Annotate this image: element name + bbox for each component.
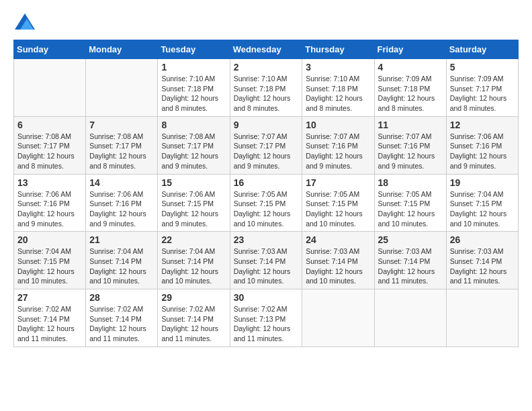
day-info: Sunrise: 7:06 AM Sunset: 7:15 PM Dayligh… <box>161 189 226 229</box>
day-number: 17 <box>306 177 370 188</box>
weekday-header: Thursday <box>302 40 374 59</box>
day-info: Sunrise: 7:10 AM Sunset: 7:18 PM Dayligh… <box>161 74 226 113</box>
logo-icon <box>15 13 35 30</box>
calendar-week-row: 1Sunrise: 7:10 AM Sunset: 7:18 PM Daylig… <box>14 59 519 117</box>
day-info: Sunrise: 7:02 AM Sunset: 7:14 PM Dayligh… <box>89 304 154 344</box>
calendar-cell: 18Sunrise: 7:05 AM Sunset: 7:15 PM Dayli… <box>374 174 446 232</box>
calendar-table: SundayMondayTuesdayWednesdayThursdayFrid… <box>13 40 519 347</box>
day-info: Sunrise: 7:09 AM Sunset: 7:18 PM Dayligh… <box>378 74 443 113</box>
day-number: 23 <box>234 234 299 245</box>
day-number: 9 <box>234 120 299 130</box>
page-header <box>13 13 519 33</box>
day-number: 25 <box>378 234 443 245</box>
day-info: Sunrise: 7:04 AM Sunset: 7:14 PM Dayligh… <box>89 246 154 286</box>
day-number: 26 <box>450 234 515 245</box>
calendar-week-row: 27Sunrise: 7:02 AM Sunset: 7:14 PM Dayli… <box>14 289 519 347</box>
calendar-cell: 16Sunrise: 7:05 AM Sunset: 7:15 PM Dayli… <box>230 174 302 232</box>
calendar-week-row: 20Sunrise: 7:04 AM Sunset: 7:15 PM Dayli… <box>14 232 519 289</box>
calendar-cell: 7Sunrise: 7:08 AM Sunset: 7:17 PM Daylig… <box>86 116 158 174</box>
calendar-cell: 2Sunrise: 7:10 AM Sunset: 7:18 PM Daylig… <box>230 59 302 117</box>
calendar-cell: 4Sunrise: 7:09 AM Sunset: 7:18 PM Daylig… <box>374 59 446 117</box>
calendar-cell: 5Sunrise: 7:09 AM Sunset: 7:17 PM Daylig… <box>446 59 518 117</box>
day-number: 18 <box>378 177 443 188</box>
day-number: 16 <box>234 177 299 188</box>
calendar-cell: 10Sunrise: 7:07 AM Sunset: 7:16 PM Dayli… <box>302 116 374 174</box>
calendar-cell: 29Sunrise: 7:02 AM Sunset: 7:14 PM Dayli… <box>158 289 230 347</box>
calendar-cell: 9Sunrise: 7:07 AM Sunset: 7:17 PM Daylig… <box>230 116 302 174</box>
calendar-cell: 20Sunrise: 7:04 AM Sunset: 7:15 PM Dayli… <box>14 232 86 289</box>
day-info: Sunrise: 7:10 AM Sunset: 7:18 PM Dayligh… <box>306 74 370 113</box>
weekday-header: Monday <box>86 40 158 59</box>
day-number: 3 <box>306 62 370 73</box>
calendar-cell: 26Sunrise: 7:03 AM Sunset: 7:14 PM Dayli… <box>446 232 518 289</box>
calendar-cell: 8Sunrise: 7:08 AM Sunset: 7:17 PM Daylig… <box>158 116 230 174</box>
day-info: Sunrise: 7:08 AM Sunset: 7:17 PM Dayligh… <box>161 132 226 171</box>
calendar-cell: 3Sunrise: 7:10 AM Sunset: 7:18 PM Daylig… <box>302 59 374 117</box>
day-info: Sunrise: 7:04 AM Sunset: 7:15 PM Dayligh… <box>17 246 82 286</box>
calendar-cell: 12Sunrise: 7:06 AM Sunset: 7:16 PM Dayli… <box>446 116 518 174</box>
day-info: Sunrise: 7:07 AM Sunset: 7:17 PM Dayligh… <box>234 132 299 171</box>
day-info: Sunrise: 7:09 AM Sunset: 7:17 PM Dayligh… <box>450 74 515 113</box>
day-number: 5 <box>450 62 515 73</box>
day-number: 12 <box>450 120 515 130</box>
day-number: 7 <box>89 120 154 130</box>
weekday-header: Sunday <box>14 40 86 59</box>
day-info: Sunrise: 7:07 AM Sunset: 7:16 PM Dayligh… <box>378 132 443 171</box>
day-info: Sunrise: 7:08 AM Sunset: 7:17 PM Dayligh… <box>17 132 82 171</box>
weekday-header: Friday <box>374 40 446 59</box>
day-number: 2 <box>234 62 299 73</box>
day-number: 20 <box>17 234 82 245</box>
calendar-cell: 23Sunrise: 7:03 AM Sunset: 7:14 PM Dayli… <box>230 232 302 289</box>
day-info: Sunrise: 7:06 AM Sunset: 7:16 PM Dayligh… <box>89 189 154 229</box>
calendar-cell <box>446 289 518 347</box>
calendar-cell: 11Sunrise: 7:07 AM Sunset: 7:16 PM Dayli… <box>374 116 446 174</box>
day-number: 24 <box>306 234 370 245</box>
calendar-cell: 19Sunrise: 7:04 AM Sunset: 7:15 PM Dayli… <box>446 174 518 232</box>
calendar-cell: 1Sunrise: 7:10 AM Sunset: 7:18 PM Daylig… <box>158 59 230 117</box>
calendar-cell: 27Sunrise: 7:02 AM Sunset: 7:14 PM Dayli… <box>14 289 86 347</box>
day-number: 4 <box>378 62 443 73</box>
calendar-cell: 21Sunrise: 7:04 AM Sunset: 7:14 PM Dayli… <box>86 232 158 289</box>
day-number: 19 <box>450 177 515 188</box>
calendar-cell: 24Sunrise: 7:03 AM Sunset: 7:14 PM Dayli… <box>302 232 374 289</box>
day-number: 28 <box>89 292 154 303</box>
calendar-cell: 25Sunrise: 7:03 AM Sunset: 7:14 PM Dayli… <box>374 232 446 289</box>
weekday-header: Saturday <box>446 40 518 59</box>
logo-text <box>13 13 35 33</box>
calendar-cell: 22Sunrise: 7:04 AM Sunset: 7:14 PM Dayli… <box>158 232 230 289</box>
calendar-cell: 13Sunrise: 7:06 AM Sunset: 7:16 PM Dayli… <box>14 174 86 232</box>
day-info: Sunrise: 7:03 AM Sunset: 7:14 PM Dayligh… <box>378 246 443 286</box>
day-number: 22 <box>161 234 226 245</box>
day-number: 6 <box>17 120 82 130</box>
calendar-cell <box>374 289 446 347</box>
day-info: Sunrise: 7:06 AM Sunset: 7:16 PM Dayligh… <box>450 132 515 171</box>
day-info: Sunrise: 7:05 AM Sunset: 7:15 PM Dayligh… <box>378 189 443 229</box>
day-info: Sunrise: 7:03 AM Sunset: 7:14 PM Dayligh… <box>234 246 299 286</box>
day-number: 11 <box>378 120 443 130</box>
day-info: Sunrise: 7:05 AM Sunset: 7:15 PM Dayligh… <box>234 189 299 229</box>
day-info: Sunrise: 7:04 AM Sunset: 7:15 PM Dayligh… <box>450 189 515 229</box>
calendar-week-row: 13Sunrise: 7:06 AM Sunset: 7:16 PM Dayli… <box>14 174 519 232</box>
day-number: 8 <box>161 120 226 130</box>
day-info: Sunrise: 7:03 AM Sunset: 7:14 PM Dayligh… <box>450 246 515 286</box>
calendar-week-row: 6Sunrise: 7:08 AM Sunset: 7:17 PM Daylig… <box>14 116 519 174</box>
calendar-cell: 14Sunrise: 7:06 AM Sunset: 7:16 PM Dayli… <box>86 174 158 232</box>
logo <box>13 13 35 33</box>
day-info: Sunrise: 7:04 AM Sunset: 7:14 PM Dayligh… <box>161 246 226 286</box>
day-number: 30 <box>234 292 299 303</box>
calendar-cell: 17Sunrise: 7:05 AM Sunset: 7:15 PM Dayli… <box>302 174 374 232</box>
calendar-cell: 28Sunrise: 7:02 AM Sunset: 7:14 PM Dayli… <box>86 289 158 347</box>
weekday-header: Tuesday <box>158 40 230 59</box>
calendar-cell <box>86 59 158 117</box>
day-info: Sunrise: 7:02 AM Sunset: 7:14 PM Dayligh… <box>161 304 226 344</box>
weekday-header: Wednesday <box>230 40 302 59</box>
day-info: Sunrise: 7:10 AM Sunset: 7:18 PM Dayligh… <box>234 74 299 113</box>
day-number: 10 <box>306 120 370 130</box>
calendar-cell: 30Sunrise: 7:02 AM Sunset: 7:13 PM Dayli… <box>230 289 302 347</box>
day-number: 27 <box>17 292 82 303</box>
day-info: Sunrise: 7:02 AM Sunset: 7:14 PM Dayligh… <box>17 304 82 344</box>
calendar-header-row: SundayMondayTuesdayWednesdayThursdayFrid… <box>14 40 519 59</box>
day-info: Sunrise: 7:06 AM Sunset: 7:16 PM Dayligh… <box>17 189 82 229</box>
day-info: Sunrise: 7:05 AM Sunset: 7:15 PM Dayligh… <box>306 189 370 229</box>
day-info: Sunrise: 7:02 AM Sunset: 7:13 PM Dayligh… <box>234 304 299 344</box>
